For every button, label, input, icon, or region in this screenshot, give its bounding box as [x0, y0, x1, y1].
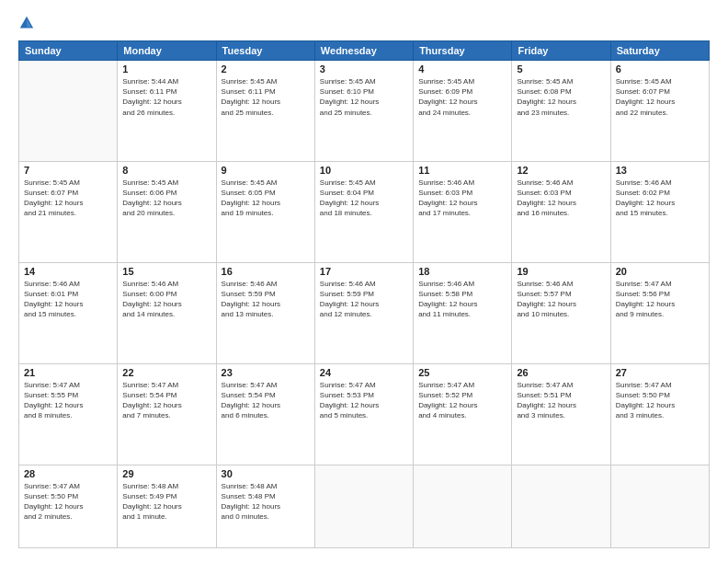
- daylight-minutes: and 17 minutes.: [418, 209, 471, 217]
- sunrise-label: Sunrise: 5:45 AM: [122, 178, 178, 187]
- daylight-minutes: and 3 minutes.: [616, 411, 664, 419]
- sunrise-label: Sunrise: 5:47 AM: [222, 381, 278, 389]
- day-info: Sunrise: 5:46 AM Sunset: 5:59 PM Dayligh…: [320, 279, 408, 320]
- day-number: 1: [122, 63, 210, 75]
- day-cell: 1 Sunrise: 5:44 AM Sunset: 6:11 PM Dayli…: [118, 61, 216, 162]
- day-header: Sunday: [19, 41, 118, 61]
- sunset-label: Sunset: 5:57 PM: [517, 290, 571, 298]
- day-number: 21: [24, 367, 112, 378]
- daylight-label: Daylight: 12 hours: [122, 98, 181, 106]
- daylight-label: Daylight: 12 hours: [616, 300, 675, 308]
- day-cell: 29 Sunrise: 5:48 AM Sunset: 5:49 PM Dayl…: [118, 465, 216, 547]
- sunrise-label: Sunrise: 5:46 AM: [320, 280, 376, 288]
- daylight-minutes: and 5 minutes.: [320, 411, 368, 419]
- sunrise-label: Sunrise: 5:46 AM: [517, 280, 573, 288]
- sunrise-label: Sunrise: 5:46 AM: [24, 280, 80, 288]
- daylight-minutes: and 22 minutes.: [616, 109, 668, 117]
- day-number: 22: [122, 367, 210, 378]
- sunset-label: Sunset: 5:48 PM: [222, 492, 276, 500]
- daylight-label: Daylight: 12 hours: [517, 401, 575, 409]
- daylight-minutes: and 15 minutes.: [616, 209, 668, 217]
- day-number: 14: [24, 266, 112, 277]
- sunset-label: Sunset: 5:59 PM: [222, 290, 276, 298]
- day-cell: 23 Sunrise: 5:47 AM Sunset: 5:54 PM Dayl…: [216, 363, 314, 465]
- day-header: Friday: [512, 41, 610, 61]
- day-number: 26: [517, 367, 605, 378]
- day-number: 18: [418, 266, 506, 277]
- sunset-label: Sunset: 5:54 PM: [122, 391, 176, 399]
- daylight-label: Daylight: 12 hours: [222, 502, 280, 511]
- week-row: 21 Sunrise: 5:47 AM Sunset: 5:55 PM Dayl…: [19, 363, 710, 465]
- day-header: Wednesday: [314, 41, 413, 61]
- sunrise-label: Sunrise: 5:45 AM: [24, 178, 80, 187]
- daylight-minutes: and 10 minutes.: [517, 310, 569, 318]
- sunrise-label: Sunrise: 5:47 AM: [320, 381, 376, 389]
- sunrise-label: Sunrise: 5:45 AM: [418, 77, 474, 86]
- day-number: 2: [222, 63, 310, 75]
- day-number: 13: [616, 165, 704, 176]
- day-cell: 9 Sunrise: 5:45 AM Sunset: 6:05 PM Dayli…: [216, 161, 314, 262]
- daylight-minutes: and 18 minutes.: [320, 209, 372, 217]
- week-row: 7 Sunrise: 5:45 AM Sunset: 6:07 PM Dayli…: [19, 161, 710, 262]
- sunset-label: Sunset: 6:03 PM: [418, 189, 472, 197]
- sunset-label: Sunset: 5:52 PM: [418, 391, 472, 399]
- sunset-label: Sunset: 5:50 PM: [24, 492, 78, 500]
- day-header: Saturday: [610, 41, 709, 61]
- sunset-label: Sunset: 6:08 PM: [517, 87, 571, 96]
- day-info: Sunrise: 5:47 AM Sunset: 5:55 PM Dayligh…: [24, 380, 112, 421]
- daylight-label: Daylight: 12 hours: [24, 300, 83, 308]
- day-cell: 4 Sunrise: 5:45 AM Sunset: 6:09 PM Dayli…: [414, 61, 512, 162]
- day-number: 4: [418, 63, 506, 75]
- sunrise-label: Sunrise: 5:47 AM: [616, 280, 672, 288]
- sunset-label: Sunset: 6:10 PM: [320, 87, 374, 96]
- sunrise-label: Sunrise: 5:47 AM: [24, 482, 80, 490]
- daylight-label: Daylight: 12 hours: [320, 199, 379, 207]
- day-cell: 6 Sunrise: 5:45 AM Sunset: 6:07 PM Dayli…: [610, 61, 709, 162]
- daylight-label: Daylight: 12 hours: [24, 502, 83, 511]
- day-header: Tuesday: [216, 41, 314, 61]
- day-info: Sunrise: 5:48 AM Sunset: 5:48 PM Dayligh…: [222, 481, 310, 523]
- daylight-minutes: and 4 minutes.: [418, 411, 466, 419]
- day-number: 7: [24, 165, 112, 176]
- day-cell: 17 Sunrise: 5:46 AM Sunset: 5:59 PM Dayl…: [314, 262, 413, 363]
- day-number: 17: [320, 266, 408, 277]
- sunset-label: Sunset: 6:00 PM: [122, 290, 176, 298]
- sunset-label: Sunset: 6:07 PM: [616, 87, 670, 96]
- day-number: 23: [222, 367, 310, 378]
- daylight-label: Daylight: 12 hours: [222, 98, 280, 106]
- sunrise-label: Sunrise: 5:47 AM: [418, 381, 474, 389]
- sunset-label: Sunset: 6:03 PM: [517, 189, 571, 197]
- sunset-label: Sunset: 6:11 PM: [122, 87, 176, 96]
- sunset-label: Sunset: 6:05 PM: [222, 189, 276, 197]
- day-number: 3: [320, 63, 408, 75]
- sunset-label: Sunset: 6:06 PM: [122, 189, 176, 197]
- day-cell: [610, 465, 709, 547]
- day-cell: 22 Sunrise: 5:47 AM Sunset: 5:54 PM Dayl…: [118, 363, 216, 465]
- sunrise-label: Sunrise: 5:46 AM: [222, 280, 278, 288]
- day-info: Sunrise: 5:47 AM Sunset: 5:50 PM Dayligh…: [616, 380, 704, 421]
- daylight-label: Daylight: 12 hours: [122, 300, 181, 308]
- daylight-label: Daylight: 12 hours: [418, 300, 477, 308]
- day-info: Sunrise: 5:45 AM Sunset: 6:04 PM Dayligh…: [320, 178, 408, 219]
- day-number: 28: [24, 468, 112, 479]
- day-number: 27: [616, 367, 704, 378]
- week-row: 14 Sunrise: 5:46 AM Sunset: 6:01 PM Dayl…: [19, 262, 710, 363]
- day-info: Sunrise: 5:47 AM Sunset: 5:51 PM Dayligh…: [517, 380, 605, 421]
- sunset-label: Sunset: 5:58 PM: [418, 290, 472, 298]
- sunset-label: Sunset: 5:51 PM: [517, 391, 571, 399]
- header: [18, 15, 710, 31]
- logo-icon: [18, 15, 35, 31]
- daylight-label: Daylight: 12 hours: [418, 98, 477, 106]
- daylight-minutes: and 3 minutes.: [517, 411, 564, 419]
- daylight-label: Daylight: 12 hours: [418, 199, 477, 207]
- day-info: Sunrise: 5:45 AM Sunset: 6:07 PM Dayligh…: [24, 178, 112, 219]
- daylight-minutes: and 13 minutes.: [222, 310, 274, 318]
- day-cell: 3 Sunrise: 5:45 AM Sunset: 6:10 PM Dayli…: [314, 61, 413, 162]
- sunrise-label: Sunrise: 5:44 AM: [122, 77, 178, 86]
- week-row: 28 Sunrise: 5:47 AM Sunset: 5:50 PM Dayl…: [19, 465, 710, 547]
- daylight-minutes: and 1 minute.: [122, 512, 166, 521]
- sunset-label: Sunset: 6:07 PM: [24, 189, 78, 197]
- day-info: Sunrise: 5:46 AM Sunset: 6:02 PM Dayligh…: [616, 178, 704, 219]
- day-cell: 30 Sunrise: 5:48 AM Sunset: 5:48 PM Dayl…: [216, 465, 314, 547]
- day-info: Sunrise: 5:46 AM Sunset: 5:57 PM Dayligh…: [517, 279, 605, 320]
